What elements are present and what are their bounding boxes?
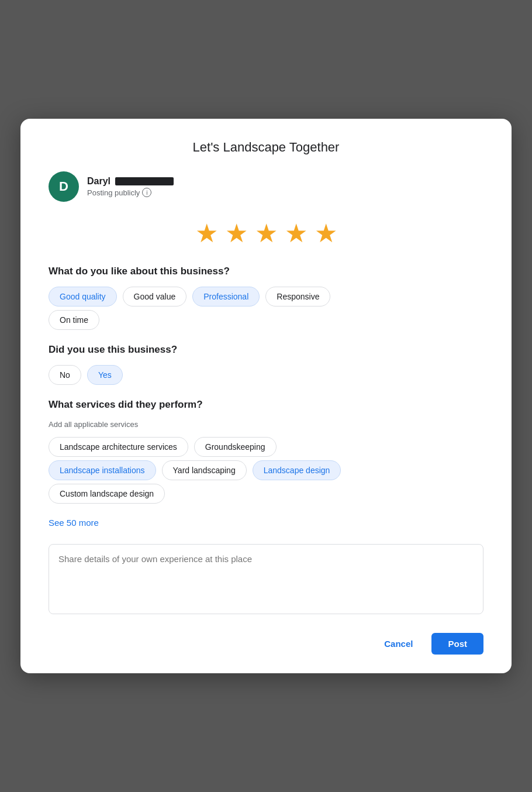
- chip-landscape-arch[interactable]: Landscape architecture services: [49, 437, 188, 457]
- services-hint: Add all applicable services: [49, 420, 483, 429]
- user-row: D Daryl Posting publicly i: [49, 171, 483, 202]
- user-posting: Posting publicly i: [87, 188, 174, 197]
- star-2[interactable]: ★: [225, 218, 248, 248]
- star-3[interactable]: ★: [255, 218, 278, 248]
- services-chips-row3: Custom landscape design: [49, 484, 483, 504]
- stars-row: ★ ★ ★ ★ ★: [49, 218, 483, 248]
- post-button[interactable]: Post: [431, 633, 483, 655]
- info-icon[interactable]: i: [142, 188, 151, 197]
- star-4[interactable]: ★: [285, 218, 308, 248]
- chip-good-value[interactable]: Good value: [123, 287, 187, 307]
- modal-title: Let's Landscape Together: [49, 140, 483, 155]
- likes-title: What do you like about this business?: [49, 266, 483, 277]
- chip-yard-landscaping[interactable]: Yard landscaping: [162, 460, 247, 480]
- user-name-redacted: [115, 177, 174, 185]
- chip-good-quality[interactable]: Good quality: [49, 287, 117, 307]
- services-chips-row1: Landscape architecture services Groundsk…: [49, 437, 483, 457]
- used-title: Did you use this business?: [49, 344, 483, 356]
- chip-groundskeeping[interactable]: Groundskeeping: [194, 437, 277, 457]
- chip-landscape-design[interactable]: Landscape design: [253, 460, 341, 480]
- likes-section: What do you like about this business? Go…: [49, 266, 483, 330]
- user-info: Daryl Posting publicly i: [87, 176, 174, 197]
- review-modal: Let's Landscape Together D Daryl Posting…: [20, 119, 512, 673]
- avatar: D: [49, 171, 79, 202]
- services-chips-row2: Landscape installations Yard landscaping…: [49, 460, 483, 480]
- chip-no[interactable]: No: [49, 365, 81, 385]
- used-chips: No Yes: [49, 365, 483, 385]
- chip-landscape-install[interactable]: Landscape installations: [49, 460, 156, 480]
- user-name: Daryl: [87, 176, 174, 187]
- chip-custom-landscape[interactable]: Custom landscape design: [49, 484, 165, 504]
- cancel-button[interactable]: Cancel: [372, 633, 424, 655]
- star-5[interactable]: ★: [315, 218, 337, 248]
- review-textarea[interactable]: [49, 544, 483, 614]
- chip-on-time[interactable]: On time: [49, 310, 99, 330]
- services-title: What services did they perform?: [49, 399, 483, 411]
- services-section: What services did they perform? Add all …: [49, 399, 483, 504]
- see-more-link[interactable]: See 50 more: [49, 518, 99, 528]
- likes-chips-row2: On time: [49, 310, 483, 330]
- chip-responsive[interactable]: Responsive: [265, 287, 330, 307]
- chip-professional[interactable]: Professional: [192, 287, 260, 307]
- star-1[interactable]: ★: [195, 218, 218, 248]
- likes-chips: Good quality Good value Professional Res…: [49, 287, 483, 307]
- chip-yes[interactable]: Yes: [87, 365, 123, 385]
- footer-buttons: Cancel Post: [49, 633, 483, 655]
- used-section: Did you use this business? No Yes: [49, 344, 483, 385]
